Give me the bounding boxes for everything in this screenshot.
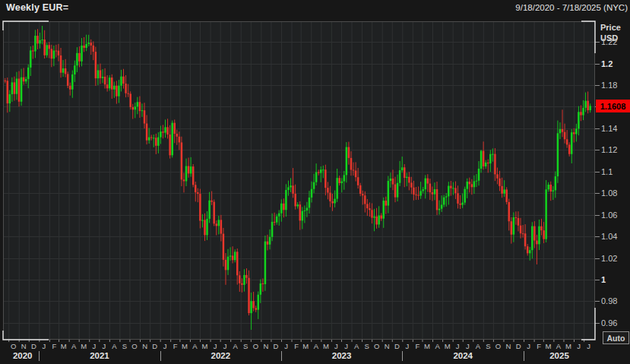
candle-body	[74, 65, 76, 74]
candle-body	[357, 177, 359, 185]
price-tick-label: 1.02	[601, 255, 628, 263]
candle-body	[157, 138, 160, 146]
candle-body	[380, 216, 382, 219]
candle-body	[234, 252, 236, 260]
candle-body	[245, 275, 248, 278]
candle-body	[315, 173, 318, 182]
candle-body	[454, 188, 457, 193]
candle-body	[524, 233, 527, 246]
candle-body	[16, 79, 18, 94]
candle-body	[461, 203, 464, 205]
candle-body	[438, 209, 441, 210]
candle-body	[559, 129, 562, 133]
candle-body	[385, 201, 388, 206]
candle-body	[41, 40, 43, 40]
candle-body	[102, 77, 104, 78]
candle-body	[522, 233, 524, 234]
candle-body	[448, 186, 450, 197]
candle-body	[427, 179, 429, 184]
candlestick-chart-canvas[interactable]	[0, 0, 630, 364]
candle-body	[350, 158, 353, 170]
candle-body	[515, 217, 518, 218]
month-tick-label: M	[322, 342, 330, 350]
candle-body	[171, 123, 173, 156]
candle-body	[527, 246, 529, 253]
candle-body	[174, 123, 176, 134]
candle-body	[46, 45, 48, 55]
candle-body	[392, 179, 394, 185]
candle-body	[257, 295, 259, 310]
month-tick-label: F	[413, 342, 421, 350]
year-separator	[160, 351, 161, 361]
candle-body	[14, 82, 16, 93]
candle-body	[478, 169, 480, 181]
candle-body	[348, 147, 350, 158]
year-separator	[402, 351, 403, 361]
candle-body	[324, 169, 327, 188]
candle-body	[111, 78, 113, 90]
candle-body	[188, 166, 190, 174]
candle-body	[568, 144, 571, 154]
candle-body	[494, 154, 496, 175]
price-tick-label: 1.06	[601, 211, 628, 220]
candle-body	[571, 132, 573, 154]
candle-body	[476, 181, 478, 182]
month-tick-label: M	[444, 342, 451, 350]
candle-body	[513, 217, 515, 235]
candle-body	[520, 226, 522, 233]
candle-body	[429, 184, 432, 193]
month-tick-label: O	[494, 342, 502, 350]
candle-body	[236, 252, 239, 275]
month-tick-label: N	[383, 342, 391, 350]
candle-body	[364, 195, 366, 204]
candle-body	[278, 214, 280, 217]
candle-body	[197, 192, 199, 194]
candle-body	[378, 216, 380, 225]
candle-body	[552, 190, 555, 191]
candle-body	[283, 204, 285, 210]
month-tick-label: J	[40, 342, 48, 350]
candle-body	[580, 112, 582, 115]
candle-body	[573, 132, 575, 134]
candle-body	[164, 127, 166, 132]
candle-body	[313, 182, 315, 189]
candle-body	[51, 49, 53, 59]
candle-body	[135, 106, 137, 109]
candle-body	[276, 217, 278, 223]
candle-body	[296, 204, 299, 206]
candle-body	[334, 199, 336, 204]
candle-body	[408, 177, 410, 183]
candle-body	[104, 77, 106, 84]
candle-body	[100, 70, 102, 78]
candle-body	[343, 175, 346, 181]
candle-body	[587, 101, 589, 110]
plot-background	[3, 21, 595, 340]
candle-body	[65, 68, 67, 74]
candle-body	[434, 189, 436, 195]
year-label: 2023	[319, 351, 365, 360]
candle-body	[499, 179, 501, 186]
candle-body	[471, 184, 473, 187]
candle-body	[43, 40, 46, 55]
month-tick-label: S	[484, 342, 492, 350]
candle-body	[329, 193, 331, 201]
candle-body	[540, 226, 543, 230]
candle-body	[230, 255, 232, 256]
candle-body	[578, 112, 580, 128]
candle-body	[366, 204, 369, 208]
candle-body	[359, 185, 362, 194]
candle-body	[331, 201, 334, 204]
month-tick-label: N	[505, 342, 512, 350]
auto-scale-button[interactable]: Auto	[603, 331, 629, 344]
candle-body	[30, 50, 32, 67]
candle-body	[322, 169, 324, 170]
price-tick-label: 1.22	[601, 38, 628, 46]
candle-body	[336, 178, 338, 198]
candle-body	[55, 51, 58, 52]
month-tick-label: A	[70, 342, 78, 350]
candle-body	[480, 150, 483, 168]
candle-body	[280, 204, 283, 214]
month-tick-label: J	[454, 342, 461, 350]
candle-body	[302, 211, 304, 221]
candle-body	[106, 84, 109, 88]
